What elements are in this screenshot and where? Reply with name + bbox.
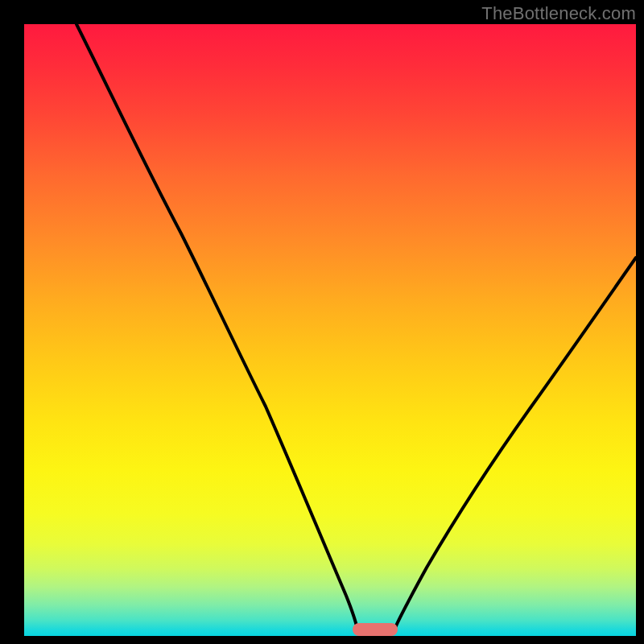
curve-right-arm [394, 258, 636, 630]
chart-container: TheBottleneck.com [0, 0, 644, 644]
curve-left-arm [76, 24, 357, 630]
optimum-marker [353, 623, 398, 636]
plot-area [24, 24, 636, 636]
watermark-text: TheBottleneck.com [481, 3, 636, 24]
bottleneck-curve [24, 24, 636, 636]
